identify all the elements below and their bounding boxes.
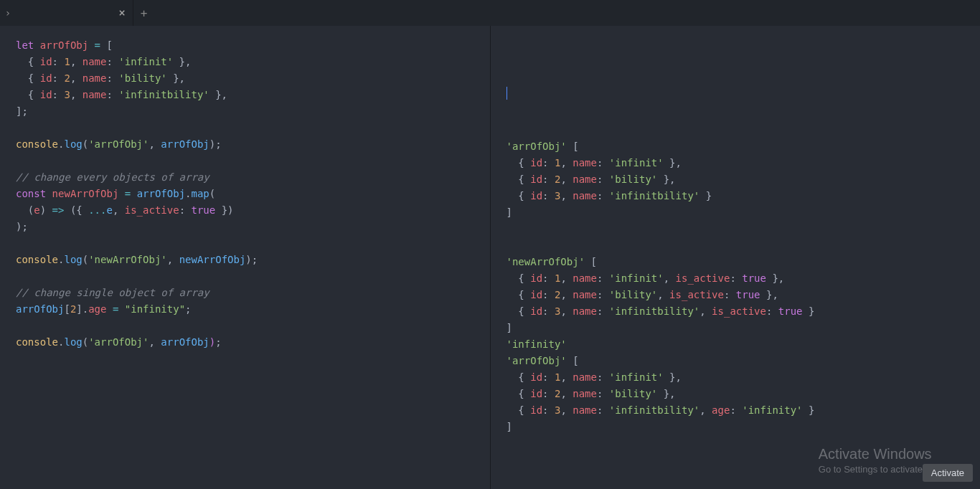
text-cursor <box>507 87 507 100</box>
tab-list-chevron-icon[interactable]: › <box>4 7 11 19</box>
code-editor-pane[interactable]: let arrOfObj = [ { id: 1, name: 'infinit… <box>0 26 491 489</box>
activate-button[interactable]: Activate <box>923 464 973 482</box>
close-tab-icon[interactable]: × <box>118 7 126 19</box>
console-output-pane[interactable]: 'arrOfObj' [ { id: 1, name: 'infinit' },… <box>491 26 981 489</box>
new-tab-button[interactable]: + <box>133 0 154 26</box>
workspace: let arrOfObj = [ { id: 1, name: 'infinit… <box>0 26 980 489</box>
tab-bar: › × + <box>0 0 980 26</box>
app-root: › × + let arrOfObj = [ { id: 1, name: 'i… <box>0 0 980 489</box>
editor-tab[interactable]: × <box>14 0 133 26</box>
